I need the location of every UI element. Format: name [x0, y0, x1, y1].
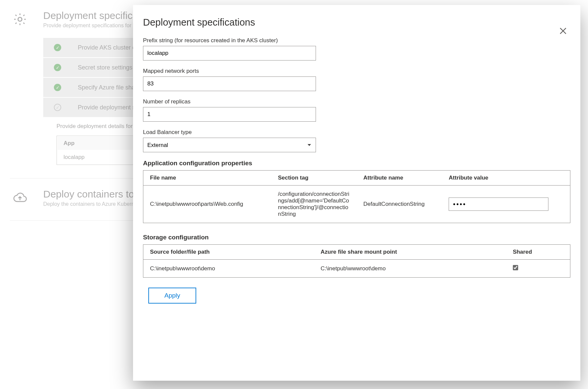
close-icon [559, 27, 567, 35]
appcfg-attr: DefaultConnectionString [357, 186, 442, 223]
appcfg-heading: Application configuration properties [143, 160, 570, 167]
table-row: C:\inetpub\wwwroot\demo C:\inetpub\wwwro… [143, 260, 570, 278]
lb-select[interactable]: External [143, 138, 316, 152]
ports-label: Mapped network ports [143, 68, 570, 74]
appcfg-file: C:\inetpub\wwwroot\parts\Web.config [143, 186, 271, 223]
apply-button[interactable]: Apply [148, 288, 196, 304]
appcfg-table: File name Section tag Attribute name Att… [143, 170, 570, 223]
appcfg-col-file: File name [143, 171, 271, 186]
deployment-spec-modal: Deployment specifications Prefix string … [133, 5, 580, 381]
lb-label: Load Balancer type [143, 129, 570, 136]
appcfg-col-section: Section tag [271, 171, 357, 186]
storage-table: Source folder/file path Azure file share… [143, 244, 570, 278]
storage-col-src: Source folder/file path [143, 245, 314, 260]
replicas-input[interactable] [143, 107, 316, 122]
storage-shared-checkbox[interactable] [513, 265, 518, 270]
appcfg-col-attrname: Attribute name [357, 171, 442, 186]
appcfg-value-input[interactable] [449, 197, 548, 211]
replicas-label: Number of replicas [143, 98, 570, 105]
modal-title: Deployment specifications [143, 17, 570, 28]
appcfg-col-attrval: Attribute value [442, 171, 570, 186]
table-row: C:\inetpub\wwwroot\parts\Web.config /con… [143, 186, 570, 223]
prefix-input[interactable] [143, 46, 316, 61]
storage-col-shared: Shared [506, 245, 570, 260]
storage-col-mount: Azure file share mount point [314, 245, 506, 260]
ports-input[interactable] [143, 76, 316, 91]
storage-mount: C:\inetpub\wwwroot\demo [314, 260, 506, 278]
storage-src: C:\inetpub\wwwroot\demo [143, 260, 314, 278]
prefix-label: Prefix string (for resources created in … [143, 37, 570, 44]
storage-heading: Storage configuration [143, 234, 570, 241]
close-button[interactable] [557, 25, 569, 37]
appcfg-section: /configuration/connectionStrings/add[@na… [271, 186, 357, 223]
